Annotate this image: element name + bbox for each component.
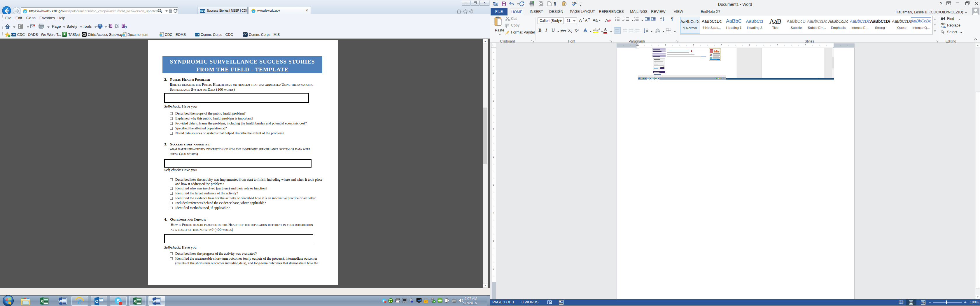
svg-text:W: W: [152, 299, 156, 303]
svg-text:A: A: [660, 17, 662, 19]
svg-text:e: e: [24, 10, 26, 13]
svg-text:Z: Z: [660, 19, 662, 22]
svg-text:e: e: [253, 10, 255, 13]
svg-text:ABC: ABC: [572, 1, 577, 4]
svg-text:X: X: [41, 299, 43, 303]
svg-text:W: W: [493, 3, 496, 5]
svg-text:?: ?: [99, 24, 101, 28]
svg-text:X: X: [134, 299, 136, 303]
svg-text:3: 3: [624, 20, 625, 22]
svg-text:O: O: [95, 299, 99, 304]
svg-text:W: W: [58, 299, 62, 303]
